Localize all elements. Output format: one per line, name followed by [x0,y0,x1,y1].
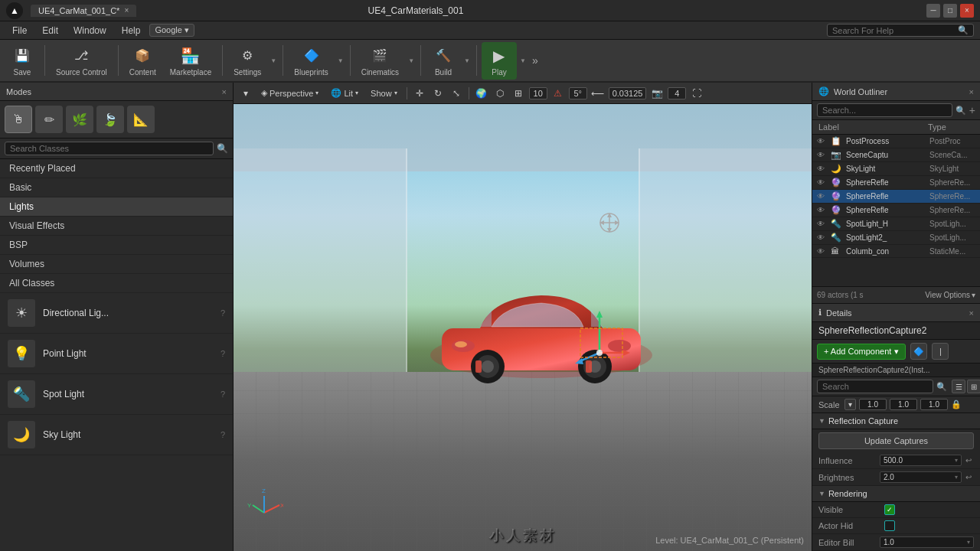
grid-button[interactable]: ⊞ [511,86,526,101]
minimize-button[interactable]: ─ [926,4,940,18]
outliner-add-icon[interactable]: + [969,104,975,116]
category-all-classes[interactable]: All Classes [0,274,233,293]
viewport-canvas[interactable]: X Y Z Level: UE4_CarMat_001_C (Persisten… [234,104,812,551]
visible-checkbox[interactable]: ✓ [884,504,895,515]
scale-lock-icon[interactable]: 🔒 [951,399,962,409]
sky-light-help-icon[interactable]: ? [220,430,225,439]
toolbar-build-button[interactable]: 🔨 Build [426,42,461,80]
camera-speed-value[interactable]: 4 [668,87,686,99]
outliner-search-icon[interactable]: 🔍 [956,106,966,116]
scale-snap-value[interactable]: 0.03125 [609,87,647,99]
directional-light-help-icon[interactable]: ? [220,308,225,318]
influence-value[interactable]: 500.0 ▾ [880,455,962,466]
category-bsp[interactable]: BSP [0,236,233,255]
close-tab-button[interactable]: × [124,6,129,15]
details-blueprint-icon-button[interactable]: 🔷 [910,343,927,360]
scale-dropdown-button[interactable]: ▾ [844,399,856,410]
mode-foliage-icon[interactable]: 🌿 [66,106,93,133]
search-classes-icon[interactable]: 🔍 [217,143,228,154]
viewport-perspective-button[interactable]: ◈ Perspective ▾ [256,86,323,99]
menu-help[interactable]: Help [116,24,147,37]
toolbar-settings-button[interactable]: ⚙ Settings [227,42,267,80]
scale-z-input[interactable] [920,399,948,410]
toolbar-cinematics-button[interactable]: 🎬 Cinematics [355,42,405,80]
details-close-button[interactable]: × [969,308,974,318]
toolbar-play-button[interactable]: ▶ Play [482,42,517,80]
light-sky[interactable]: 🌙 Sky Light ? [0,415,233,455]
light-point[interactable]: 💡 Point Light ? [0,334,233,374]
toolbar-more-button[interactable]: » [529,51,541,70]
play-dropdown-arrow[interactable]: ▼ [518,54,528,67]
mode-paint-icon[interactable]: ✏ [35,106,63,133]
light-directional[interactable]: ☀ Directional Lig... ? [0,293,233,334]
scale-x-input[interactable] [859,399,887,410]
viewport-settings-button[interactable]: ▾ [238,86,253,101]
toolbar-marketplace-button[interactable]: 🏪 Marketplace [164,42,217,80]
category-volumes[interactable]: Volumes [0,255,233,274]
world-local-button[interactable]: 🌍 [474,86,489,101]
details-list-view-icon[interactable]: ☰ [952,380,965,393]
menu-edit[interactable]: Edit [36,24,64,37]
details-search-icon-button[interactable]: | [932,343,949,360]
modes-close-button[interactable]: × [222,87,227,96]
details-search-input[interactable] [817,380,933,393]
outliner-item-spherereflect1[interactable]: 👁 🔮 SphereRefle SphereRe... [812,176,980,190]
category-lights[interactable]: Lights [0,197,233,217]
maximize-button[interactable]: □ [943,4,957,18]
outliner-close-button[interactable]: × [969,87,974,96]
toolbar-content-button[interactable]: 📦 Content [123,42,162,80]
category-recently-placed[interactable]: Recently Placed [0,159,233,178]
actor-hidden-checkbox[interactable] [884,520,895,531]
editor-billboard-value[interactable]: 1.0 ▾ [880,536,974,548]
menu-window[interactable]: Window [67,24,113,37]
outliner-search-input[interactable] [817,103,952,117]
details-grid-view-icon[interactable]: ⊞ [967,380,980,393]
add-component-button[interactable]: + Add Component ▾ [817,344,906,360]
outliner-item-spotlight1[interactable]: 👁 🔦 SpotLight_H SpotLigh... [812,217,980,231]
brightness-value[interactable]: 2.0 ▾ [880,471,962,483]
rendering-section-header[interactable]: ▼ Rendering [812,486,980,502]
grid-size-value[interactable]: 10 [529,87,547,99]
build-dropdown-arrow[interactable]: ▼ [462,54,472,67]
outliner-item-spherereflect3[interactable]: 👁 🔮 SphereRefle SphereRe... [812,204,980,217]
mode-landscape-icon[interactable]: 🍃 [96,106,124,133]
outliner-item-spherereflect2[interactable]: 👁 🔮 SphereRefle SphereRe... [812,190,980,204]
rotate-button[interactable]: ↻ [430,86,446,101]
category-visual-effects[interactable]: Visual Effects [0,217,233,236]
mode-place-icon[interactable]: 🖱 [5,106,32,133]
update-captures-button[interactable]: Update Captures [818,432,974,449]
angle-value[interactable]: 5° [569,87,587,99]
outliner-item-column[interactable]: 👁 🏛 Columb_con StaticMe... [812,245,980,258]
toolbar-blueprints-button[interactable]: 🔷 Blueprints [288,42,334,80]
search-classes-input[interactable] [5,142,214,155]
close-button[interactable]: × [960,4,974,18]
translate-button[interactable]: ✛ [412,86,427,101]
view-options-button[interactable]: View Options ▾ [925,291,975,299]
brightness-reset-button[interactable]: ↩ [963,472,974,483]
scale-y-input[interactable] [890,399,917,410]
transform-gizmo[interactable] [569,307,630,368]
blueprints-dropdown-arrow[interactable]: ▼ [336,54,345,67]
point-light-help-icon[interactable]: ? [220,349,225,358]
cinematics-dropdown-arrow[interactable]: ▼ [407,54,416,67]
viewport-lit-button[interactable]: 🌐 Lit ▾ [326,86,363,99]
editor-tab[interactable]: UE4_CarMat_001_C* × [31,5,136,17]
scale-button[interactable]: ⤡ [449,86,464,101]
light-spot[interactable]: 🔦 Spot Light ? [0,374,233,415]
mode-geometry-icon[interactable]: 📐 [127,106,155,133]
reflection-capture-section-header[interactable]: ▼ Reflection Capture [812,413,980,429]
category-basic[interactable]: Basic [0,178,233,197]
outliner-item-postprocess[interactable]: 👁 📋 PostProcess PostProc [812,135,980,148]
help-search-icon[interactable]: 🔍 [958,25,969,35]
toolbar-save-button[interactable]: 💾 Save [5,42,40,80]
maximize-viewport-button[interactable]: ⛶ [689,86,704,101]
google-button[interactable]: Google ▾ [149,24,194,37]
outliner-item-spotlight2[interactable]: 👁 🔦 SpotLight2_ SpotLigh... [812,231,980,245]
settings-dropdown-arrow[interactable]: ▼ [269,54,278,67]
details-search-magnify-icon[interactable]: 🔍 [936,382,947,392]
help-search-input[interactable] [832,26,955,35]
menu-file[interactable]: File [6,24,33,37]
influence-reset-button[interactable]: ↩ [963,455,974,466]
surface-snapping-button[interactable]: ⬡ [492,86,508,101]
spot-light-help-icon[interactable]: ? [220,390,225,399]
